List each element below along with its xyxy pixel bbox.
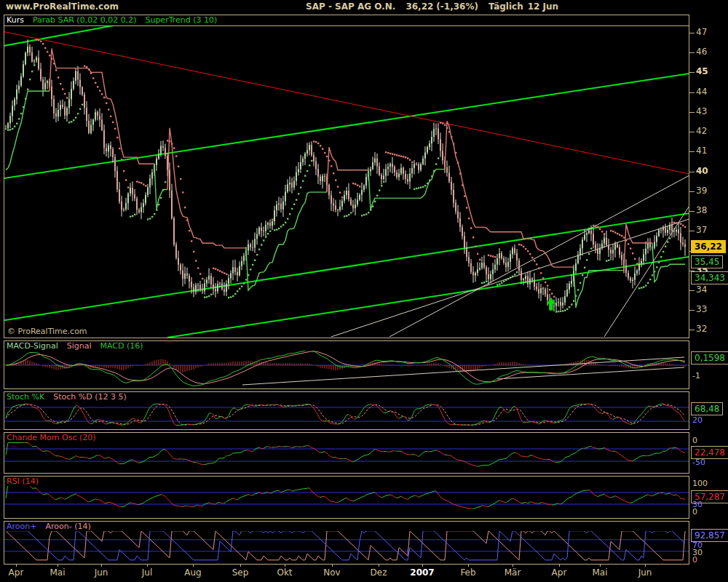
cmo-canvas[interactable] xyxy=(4,442,689,473)
indicator-panel-macd: MACD-SignalSignalMACD (16) xyxy=(4,340,689,389)
instrument-title: SAP - SAP AG O.N.36,22(-1,36%)Täglich12 … xyxy=(306,1,569,12)
price-change: (-1,36%) xyxy=(436,1,478,12)
watermark: © ProRealTime.com xyxy=(7,327,87,336)
timeframe-label: Täglich xyxy=(488,1,523,12)
month-tick xyxy=(101,564,102,567)
legend-item-0: Chande Mom Osc (20) xyxy=(7,433,96,442)
price-tick xyxy=(689,72,695,73)
symbol-label: SAP - SAP AG O.N. xyxy=(306,1,395,12)
price-tick xyxy=(689,172,695,172)
macd-canvas[interactable] xyxy=(4,351,689,388)
price-tick xyxy=(689,330,695,330)
rsi-value-label: 0 xyxy=(692,507,697,517)
stoch-canvas[interactable] xyxy=(4,402,689,429)
price-tick xyxy=(689,151,695,152)
legend-item-2: MACD (16) xyxy=(100,341,143,351)
price-chart-canvas[interactable] xyxy=(4,26,689,338)
month-tick xyxy=(379,564,379,567)
month-tick xyxy=(468,564,469,567)
legend-item-1: Aroon- (14) xyxy=(45,522,90,531)
date-label: 12 Jun xyxy=(528,1,558,12)
price-label: 37 xyxy=(696,225,707,235)
price-tick xyxy=(689,211,695,212)
macd-value-label: 0,1598 xyxy=(691,351,728,364)
month-label: Okt xyxy=(277,567,292,578)
month-tick xyxy=(285,564,285,567)
indicator-panel-stochastic: Stoch %KStoch %D (12 3 5) xyxy=(4,391,689,430)
aroon-canvas[interactable] xyxy=(4,531,689,563)
last-price: 36,22 xyxy=(405,1,433,12)
price-tick xyxy=(689,310,695,311)
price-label: 32 xyxy=(696,324,707,334)
price-tick xyxy=(689,33,695,33)
price-label: 42 xyxy=(696,126,707,136)
month-label: Jun xyxy=(95,567,108,578)
month-label: Jun xyxy=(638,567,652,578)
month-label: Aug xyxy=(184,567,201,578)
cmo-value-label: -50 xyxy=(692,458,705,467)
price-panel-legend: KursParab SAR (0,02 0,02 0,2)SuperTrend … xyxy=(7,16,226,25)
month-tick xyxy=(422,564,423,567)
month-tick xyxy=(193,564,194,567)
month-label: Mai xyxy=(50,567,65,578)
legend-item-1: Parab SAR (0,02 0,02 0,2) xyxy=(33,15,137,25)
legend-item-0: Aroon+ xyxy=(7,522,36,531)
indicator-panel-rsi: RSI (14) xyxy=(4,476,689,519)
price-tick xyxy=(689,191,695,192)
price-tick xyxy=(689,290,695,291)
price-label: 46 xyxy=(696,47,707,57)
month-label: Mär xyxy=(505,567,521,578)
last-price-value-box: 36,22 xyxy=(691,240,726,253)
stoch-value-label: 20 xyxy=(692,415,703,425)
price-tick xyxy=(689,132,695,132)
price-tick xyxy=(689,52,695,53)
month-label: Apr xyxy=(9,567,24,578)
legend-item-0: Kurs xyxy=(7,15,24,25)
month-tick xyxy=(147,564,148,567)
title-bar: www.ProRealTime.com SAP - SAP AG O.N.36,… xyxy=(0,0,728,13)
legend-item-0: RSI (14) xyxy=(7,477,39,486)
aroon-legend: Aroon+Aroon- (14) xyxy=(7,522,100,531)
cmo-legend: Chande Mom Osc (20) xyxy=(7,434,105,442)
month-label: Apr xyxy=(552,567,567,578)
price-label: 40 xyxy=(696,166,708,176)
price-label: 34 xyxy=(696,284,707,295)
legend-item-2: SuperTrend (3 10) xyxy=(145,15,217,25)
month-tick xyxy=(645,564,646,567)
rsi-canvas[interactable] xyxy=(4,486,689,518)
legend-item-0: Stoch %K xyxy=(7,392,44,402)
legend-item-1: Stoch %D (12 3 5) xyxy=(53,392,127,402)
legend-item-0: MACD-Signal xyxy=(7,341,58,351)
price-tick xyxy=(689,92,695,93)
month-tick xyxy=(513,564,513,567)
price-label: 45 xyxy=(696,66,708,76)
aroon-value-label: 0 xyxy=(692,555,697,565)
price-label: 39 xyxy=(696,186,707,196)
month-tick xyxy=(240,564,241,567)
price-label: 41 xyxy=(696,146,707,156)
legend-item-1: Signal xyxy=(67,341,92,351)
price-label: 47 xyxy=(696,27,707,37)
month-label: Feb xyxy=(460,567,475,578)
month-label: Sep xyxy=(232,567,249,578)
macd-legend: MACD-SignalSignalMACD (16) xyxy=(7,342,152,351)
price-label: 38 xyxy=(696,205,707,215)
site-logo[interactable]: www.ProRealTime.com xyxy=(6,1,119,12)
month-label: 2007 xyxy=(410,567,434,578)
cmo-value-label: 0 xyxy=(692,436,697,445)
month-label: Dez xyxy=(371,567,387,578)
supertrend-value-box: 34,343 xyxy=(691,271,728,284)
rsi-legend: RSI (14) xyxy=(7,477,47,486)
month-tick xyxy=(600,564,601,567)
parab-sar-value-box: 35,45 xyxy=(691,255,723,268)
rsi-value-label: 100 xyxy=(692,479,708,488)
price-label: 43 xyxy=(696,106,707,116)
month-tick xyxy=(559,564,560,567)
price-chart-panel: KursParab SAR (0,02 0,02 0,2)SuperTrend … xyxy=(4,15,689,338)
indicator-panel-aroon: Aroon+Aroon- (14) xyxy=(4,521,689,565)
month-tick xyxy=(16,564,17,567)
month-label: Nov xyxy=(323,567,340,578)
stoch-value-label: 68,48 xyxy=(691,402,723,415)
month-label: Jul xyxy=(142,567,152,578)
price-label: 33 xyxy=(696,304,707,314)
